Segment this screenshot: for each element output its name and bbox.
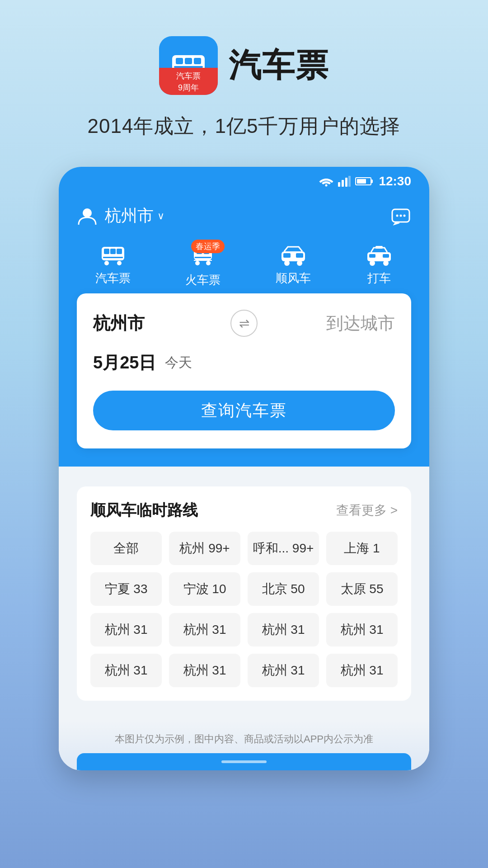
route-tag-3[interactable]: 上海 1 bbox=[326, 532, 398, 565]
svg-rect-34 bbox=[283, 253, 291, 258]
svg-rect-2 bbox=[185, 58, 192, 64]
app-icon: 汽车票 9周年 bbox=[159, 36, 218, 95]
city-selector[interactable]: 杭州市 ∨ bbox=[105, 205, 164, 227]
routes-header: 顺风车临时路线 查看更多 > bbox=[90, 500, 398, 521]
date-text: 5月25日 bbox=[93, 351, 156, 374]
swap-button[interactable]: ⇌ bbox=[230, 310, 258, 337]
chevron-down-icon: ∨ bbox=[157, 210, 164, 222]
svg-rect-23 bbox=[103, 257, 123, 258]
svg-rect-40 bbox=[383, 254, 389, 258]
route-selector: 杭州市 ⇌ 到达城市 bbox=[93, 310, 395, 337]
svg-rect-11 bbox=[348, 176, 351, 187]
app-container: 汽车票 9周年 汽车票 2014年成立，1亿5千万用户的选择 bbox=[0, 0, 488, 770]
svg-rect-20 bbox=[117, 249, 122, 254]
taxi-tab-icon bbox=[366, 245, 393, 266]
routes-grid: 全部杭州 99+呼和... 99+上海 1宁夏 33宁波 10北京 50太原 5… bbox=[90, 532, 398, 687]
app-subtitle: 2014年成立，1亿5千万用户的选择 bbox=[88, 113, 401, 140]
route-tag-0[interactable]: 全部 bbox=[90, 532, 162, 565]
route-tag-10[interactable]: 杭州 31 bbox=[248, 613, 319, 646]
user-avatar-icon bbox=[77, 206, 98, 226]
tab-taxi[interactable]: 打车 bbox=[366, 245, 393, 288]
svg-rect-18 bbox=[104, 249, 109, 254]
route-tag-11[interactable]: 杭州 31 bbox=[326, 613, 398, 646]
app-header: 汽车票 9周年 汽车票 2014年成立，1亿5千万用户的选择 bbox=[0, 0, 488, 167]
route-tag-9[interactable]: 杭州 31 bbox=[169, 613, 240, 646]
svg-rect-8 bbox=[338, 182, 340, 187]
title-row: 汽车票 9周年 汽车票 bbox=[159, 36, 329, 95]
routes-more-link[interactable]: 查看更多 > bbox=[336, 502, 398, 519]
tab-rideshare[interactable]: 顺风车 bbox=[276, 245, 311, 288]
search-card: 杭州市 ⇌ 到达城市 5月25日 今天 查询汽车票 bbox=[77, 293, 411, 448]
route-tag-7[interactable]: 太原 55 bbox=[326, 572, 398, 606]
route-tag-14[interactable]: 杭州 31 bbox=[248, 654, 319, 687]
svg-rect-41 bbox=[375, 246, 383, 249]
svg-point-28 bbox=[206, 261, 211, 265]
rideshare-tab-icon bbox=[280, 245, 307, 266]
route-tag-4[interactable]: 宁夏 33 bbox=[90, 572, 162, 606]
wifi-icon bbox=[319, 176, 333, 187]
route-tag-1[interactable]: 杭州 99+ bbox=[169, 532, 240, 565]
route-tag-6[interactable]: 北京 50 bbox=[248, 572, 319, 606]
svg-rect-19 bbox=[110, 249, 116, 254]
svg-point-12 bbox=[83, 208, 92, 217]
arrival-city[interactable]: 到达城市 bbox=[267, 312, 395, 335]
svg-rect-3 bbox=[194, 58, 201, 64]
route-tag-8[interactable]: 杭州 31 bbox=[90, 613, 162, 646]
spring-badge: 春运季 bbox=[191, 240, 225, 253]
svg-point-27 bbox=[195, 261, 200, 265]
routes-section: 顺风车临时路线 查看更多 > 全部杭州 99+呼和... 99+上海 1宁夏 3… bbox=[77, 486, 411, 701]
svg-point-14 bbox=[396, 214, 399, 217]
nav-tabs: 汽车票 春运季 火车票 bbox=[59, 241, 429, 302]
city-name: 杭州市 bbox=[105, 205, 154, 227]
route-tag-15[interactable]: 杭州 31 bbox=[326, 654, 398, 687]
svg-point-15 bbox=[400, 214, 402, 217]
today-badge: 今天 bbox=[165, 354, 192, 372]
home-indicator bbox=[221, 760, 267, 763]
swap-icon: ⇌ bbox=[239, 316, 249, 331]
svg-point-37 bbox=[370, 260, 375, 266]
date-selector[interactable]: 5月25日 今天 bbox=[93, 351, 395, 374]
battery-icon bbox=[355, 177, 371, 185]
svg-point-16 bbox=[404, 214, 406, 217]
svg-rect-9 bbox=[342, 180, 344, 187]
svg-point-32 bbox=[284, 260, 290, 266]
disclaimer: 本图片仅为示例，图中内容、商品或活动以APP内公示为准 bbox=[68, 725, 420, 753]
tab-rideshare-label: 顺风车 bbox=[276, 270, 311, 286]
search-button[interactable]: 查询汽车票 bbox=[93, 391, 395, 430]
tab-taxi-label: 打车 bbox=[367, 270, 391, 286]
status-time: 12:30 bbox=[379, 174, 411, 189]
signal-icon bbox=[338, 176, 351, 187]
message-icon[interactable] bbox=[390, 206, 411, 226]
phone-mockup: 12:30 杭州市 ∨ bbox=[59, 167, 429, 770]
svg-point-22 bbox=[117, 261, 122, 265]
svg-point-33 bbox=[297, 260, 302, 266]
svg-rect-6 bbox=[174, 66, 203, 68]
route-tag-13[interactable]: 杭州 31 bbox=[169, 654, 240, 687]
route-tag-12[interactable]: 杭州 31 bbox=[90, 654, 162, 687]
svg-point-7 bbox=[325, 184, 328, 187]
svg-rect-10 bbox=[345, 178, 347, 187]
svg-point-21 bbox=[104, 261, 109, 265]
tab-train-label: 火车票 bbox=[185, 272, 221, 288]
svg-rect-35 bbox=[296, 253, 303, 258]
svg-rect-29 bbox=[195, 257, 211, 258]
app-title: 汽车票 bbox=[229, 44, 329, 87]
status-icons bbox=[319, 176, 371, 187]
departure-city[interactable]: 杭州市 bbox=[93, 312, 221, 335]
app-icon-badge: 汽车票 9周年 bbox=[159, 68, 218, 95]
routes-title: 顺风车临时路线 bbox=[90, 500, 198, 521]
bus-tab-icon bbox=[100, 245, 126, 266]
route-tag-5[interactable]: 宁波 10 bbox=[169, 572, 240, 606]
app-bar: 杭州市 ∨ bbox=[59, 196, 429, 241]
svg-rect-1 bbox=[176, 58, 183, 64]
status-bar: 12:30 bbox=[59, 167, 429, 196]
user-area[interactable]: 杭州市 ∨ bbox=[77, 205, 164, 227]
svg-point-38 bbox=[383, 260, 389, 266]
tab-bus-label: 汽车票 bbox=[95, 270, 131, 286]
bottom-bar bbox=[77, 753, 411, 770]
tab-train[interactable]: 春运季 火车票 bbox=[185, 245, 221, 288]
route-tag-2[interactable]: 呼和... 99+ bbox=[248, 532, 319, 565]
tab-bus[interactable]: 汽车票 bbox=[95, 245, 131, 288]
svg-rect-39 bbox=[369, 254, 375, 258]
